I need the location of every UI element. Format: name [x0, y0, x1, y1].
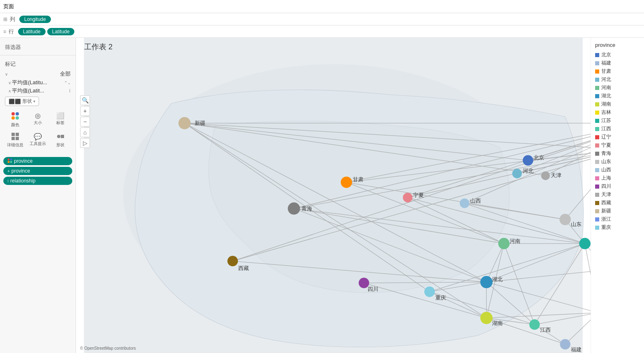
field-pills: province + province ⁞ relationship	[0, 155, 76, 187]
legend-item: 山西	[595, 166, 640, 173]
legend-item: 湖北	[595, 92, 640, 99]
tooltip-button[interactable]: 💬 工具提示	[28, 131, 48, 150]
legend-swatch	[595, 69, 599, 74]
shape-pill[interactable]: ⬛⬛ 形状 ▾	[5, 97, 39, 106]
svg-text:湖北: 湖北	[492, 276, 503, 282]
size-label: 大小	[34, 120, 42, 126]
legend-label: 甘肃	[601, 68, 611, 75]
province-color-label: province	[14, 158, 32, 164]
size-button[interactable]: ◎ 大小	[28, 110, 48, 129]
legend-items: 北京福建甘肃河北河南湖北湖南吉林江苏江西辽宁宁夏青海山东山西上海四川天津西藏新疆…	[595, 51, 640, 231]
legend-label: 福建	[601, 60, 611, 67]
latitu2-label: 平均值(Latit...	[12, 87, 69, 95]
zoom-out-control[interactable]: −	[80, 117, 90, 127]
color-button[interactable]: 颜色	[5, 110, 26, 129]
svg-text:甘肃: 甘肃	[353, 176, 363, 182]
legend-label: 四川	[601, 183, 611, 190]
legend-swatch	[595, 160, 599, 164]
legend-swatch	[595, 53, 599, 57]
sidebar: 筛选器 标记 ∨ 全部 ∨ 平均值(Latitu... ⌃⌄ ∧ 平均值(Lat…	[0, 38, 76, 353]
svg-text:北京: 北京	[534, 155, 544, 161]
expand-control[interactable]: ▷	[80, 138, 90, 148]
svg-point-115	[560, 339, 570, 350]
legend-label: 山西	[601, 166, 611, 173]
legend-item: 江苏	[595, 117, 640, 124]
legend-swatch	[595, 209, 599, 213]
legend-item: 天津	[595, 191, 640, 198]
marks-type-row: ⬛⬛ 形状 ▾	[5, 95, 71, 108]
shape-button[interactable]: 形状	[50, 131, 71, 150]
legend-item: 湖南	[595, 101, 640, 108]
pill-color-icon	[7, 158, 12, 164]
svg-point-13	[10, 161, 12, 163]
detail-label: 详细信息	[7, 142, 23, 148]
legend-item: 河南	[595, 84, 640, 91]
chevron-latitu2: ∧	[8, 89, 11, 93]
detail-icon	[12, 133, 19, 142]
legend-label: 西藏	[601, 199, 611, 206]
search-control[interactable]: 🔍	[80, 95, 90, 105]
shape-dots: ⬛⬛	[9, 99, 21, 104]
legend-swatch	[595, 78, 599, 82]
svg-point-79	[341, 177, 352, 188]
top-bar: 页面	[0, 0, 644, 13]
legend-label: 河北	[601, 76, 611, 83]
svg-text:新疆: 新疆	[195, 120, 205, 126]
legend-label: 辽宁	[601, 134, 611, 141]
latitu2-row: ∧ 平均值(Latit... ⁞	[8, 87, 71, 95]
legend-label: 江苏	[601, 117, 611, 124]
relationship-pill[interactable]: ⁞ relationship	[3, 177, 72, 185]
legend-label: 新疆	[601, 208, 611, 215]
zoom-in-control[interactable]: +	[80, 106, 90, 116]
legend-item: 福建	[595, 60, 640, 67]
home-control[interactable]: ⌂	[80, 127, 90, 137]
latitu1-row: ∨ 平均值(Latitu... ⌃⌄	[8, 78, 71, 87]
dropdown-arrow: ▾	[33, 99, 35, 104]
legend-item: 吉林	[595, 109, 640, 116]
pill-dots-icon: ⁞	[7, 179, 9, 183]
legend-label: 山东	[601, 158, 611, 165]
label-button[interactable]: ⬜ 标签	[50, 110, 71, 129]
column-icon: ⊞	[3, 16, 7, 22]
latitude-pill-2[interactable]: Latitude	[47, 28, 75, 35]
legend-swatch	[595, 111, 599, 115]
svg-text:江西: 江西	[540, 327, 551, 333]
color-icon	[11, 112, 19, 122]
svg-point-97	[498, 238, 510, 249]
worksheet-title: 工作表 2	[84, 42, 113, 52]
svg-point-81	[403, 193, 412, 202]
group-icon: ⁞	[69, 88, 71, 94]
detail-button[interactable]: 详细信息	[5, 131, 26, 150]
svg-text:福建: 福建	[571, 346, 582, 353]
svg-text:天津: 天津	[551, 172, 561, 178]
province-detail-pill[interactable]: + province	[3, 167, 72, 175]
legend-swatch	[595, 127, 599, 131]
svg-point-109	[480, 312, 492, 324]
legend-label: 上海	[601, 175, 611, 182]
svg-rect-5	[16, 133, 19, 136]
legend-item: 四川	[595, 183, 640, 190]
latitude-pill-1[interactable]: Latitude	[18, 28, 46, 35]
svg-point-87	[523, 155, 534, 166]
svg-text:青海: 青海	[301, 205, 312, 212]
province-color-pill[interactable]: province	[3, 157, 72, 165]
svg-point-89	[541, 171, 550, 180]
legend-label: 湖北	[601, 92, 611, 99]
column-label: 列	[10, 16, 15, 23]
svg-point-83	[460, 198, 469, 208]
pill-plus-icon: +	[7, 169, 10, 173]
svg-rect-6	[12, 137, 15, 140]
all-label: 全部	[60, 70, 71, 78]
svg-text:河北: 河北	[523, 168, 534, 174]
legend-item: 辽宁	[595, 134, 640, 141]
svg-point-105	[579, 238, 591, 249]
svg-text:西藏: 西藏	[238, 265, 249, 271]
row-icon: ≡	[3, 29, 6, 35]
marks-all-row: ∨ 全部	[5, 69, 71, 78]
svg-point-10	[8, 159, 10, 161]
legend-swatch	[595, 217, 599, 221]
province-detail-label: province	[12, 168, 30, 174]
tooltip-icon: 💬	[34, 133, 42, 141]
marks-buttons: 颜色 ◎ 大小 ⬜ 标签 详细信息 💬 工具	[5, 108, 71, 152]
longitude-pill[interactable]: Longitude	[19, 16, 51, 23]
